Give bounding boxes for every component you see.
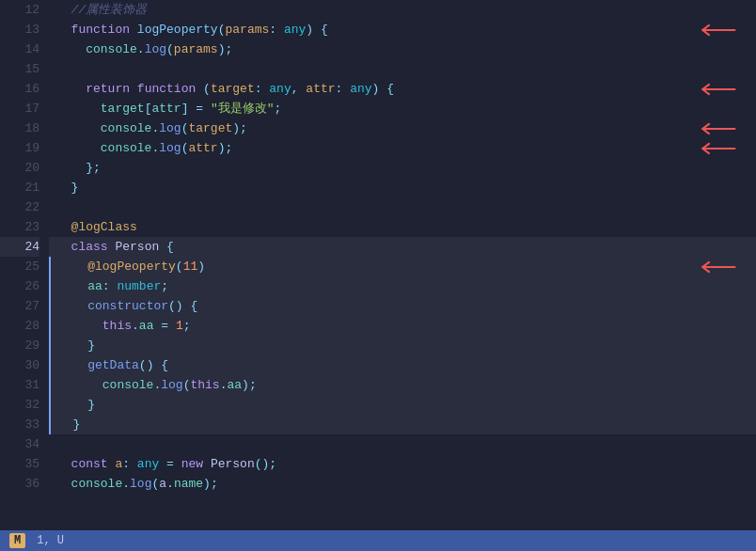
code-line-15	[49, 59, 756, 79]
line-number-30: 30	[0, 355, 39, 375]
cursor-position: 1, U	[37, 534, 64, 547]
line-number-15: 15	[0, 59, 39, 79]
line-number-22: 22	[0, 197, 39, 217]
line-number-13: 13	[0, 20, 39, 39]
code-line-21: }	[49, 178, 756, 197]
line-number-19: 19	[0, 138, 39, 158]
line-number-36: 36	[0, 474, 39, 494]
line-number-33: 33	[0, 415, 39, 434]
code-line-28: this.aa = 1;	[49, 316, 756, 336]
code-line-17: target[attr] = "我是修改";	[49, 99, 756, 118]
line-number-20: 20	[0, 158, 39, 178]
git-branch-status: M	[9, 533, 25, 548]
code-line-29: }	[49, 336, 756, 355]
code-line-26: aa: number;	[49, 276, 756, 296]
code-line-20: };	[49, 158, 756, 178]
code-line-30: getData() {	[49, 355, 756, 375]
code-line-34	[49, 434, 756, 454]
line-number-24: 24	[0, 237, 39, 257]
line-number-18: 18	[0, 118, 39, 138]
line-number-25: 25	[0, 257, 39, 276]
line-number-32: 32	[0, 395, 39, 415]
line-number-34: 34	[0, 434, 39, 454]
code-line-35: const a: any = new Person();	[49, 454, 756, 474]
line-number-23: 23	[0, 217, 39, 237]
line-number-21: 21	[0, 178, 39, 197]
line-number-35: 35	[0, 454, 39, 474]
status-bar: M 1, U	[0, 530, 756, 551]
code-line-19: console.log(attr);	[49, 138, 756, 158]
code-line-25: @logPeoperty(11)	[49, 257, 756, 276]
code-line-13: function logPeoperty(params: any) {	[49, 20, 756, 39]
line-number-26: 26	[0, 276, 39, 296]
editor: 1213141516171819202122232425262728293031…	[0, 0, 756, 551]
code-line-23: @logClass	[49, 217, 756, 237]
line-number-31: 31	[0, 375, 39, 395]
line-number-14: 14	[0, 39, 39, 59]
code-area[interactable]: //属性装饰器 function logPeoperty(params: any…	[49, 0, 756, 551]
line-number-16: 16	[0, 79, 39, 99]
code-line-16: return function (target: any, attr: any)…	[49, 79, 756, 99]
code-line-24: class Person {	[49, 237, 756, 257]
code-line-12: //属性装饰器	[49, 0, 756, 20]
line-number-12: 12	[0, 0, 39, 20]
code-line-22	[49, 197, 756, 217]
line-number-29: 29	[0, 336, 39, 355]
code-line-27: constructor() {	[49, 296, 756, 316]
line-number-17: 17	[0, 99, 39, 118]
code-line-36: console.log(a.name);	[49, 474, 756, 494]
code-line-31: console.log(this.aa);	[49, 375, 756, 395]
code-line-32: }	[49, 395, 756, 415]
line-number-28: 28	[0, 316, 39, 336]
code-line-18: console.log(target);	[49, 118, 756, 138]
line-number-27: 27	[0, 296, 39, 316]
code-line-14: console.log(params);	[49, 39, 756, 59]
line-numbers: 1213141516171819202122232425262728293031…	[0, 0, 49, 551]
code-line-33: }	[49, 415, 756, 434]
